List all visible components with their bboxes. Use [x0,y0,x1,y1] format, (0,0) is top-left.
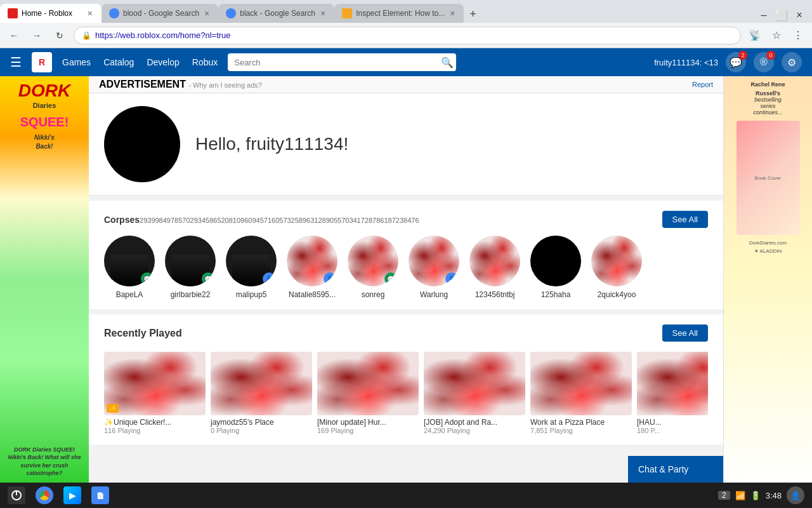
user-badge-warlung: 👤 [445,272,458,285]
tab-label-black: black - Google Search [240,9,315,18]
browser-chrome: Home - Roblox × blood - Google Search × … [0,0,812,48]
game-thumbnail-1: ✨ [104,352,206,415]
robux-button[interactable]: ® 0 [754,52,774,72]
recently-played-section: Recently Played See All ✨ ✨Unique Clicke… [89,314,723,444]
tab-blood-search[interactable]: blood - Google Search × [102,4,218,23]
forward-button[interactable]: → [28,27,46,44]
list-item: 💬 sonreg [348,236,398,299]
google-favicon-black [226,8,236,18]
game-playing-3: 169 Playing [317,427,419,434]
tab-inspect[interactable]: Inspect Element: How to... × [334,4,464,23]
game-card-3[interactable]: [Minor update] Hur... 169 Playing [317,352,419,434]
game-playing-5: 7,851 Playing [530,427,632,434]
game-thumbnail-5 [530,352,632,415]
main-content: ADVERTISEMENT - Why am I seeing ads? Rep… [89,76,723,508]
maximize-button[interactable]: ⬜ [774,8,789,23]
online-badge: 💬 [141,272,154,285]
close-button[interactable]: × [792,8,807,23]
game-thumbnail-6 [637,352,708,415]
address-bar: ← → ↻ 🔒 https://web.roblox.com/home?nl=t… [0,23,812,48]
games-nav-link[interactable]: Games [62,57,91,67]
corpse-name-125haha: 125haha [541,290,571,299]
recently-played-games-list: ✨ ✨Unique Clicker!... 116 Playing jaymod… [104,352,708,434]
game-playing-6: 180 P... [637,427,708,434]
back-button[interactable]: ← [5,27,23,44]
clock: 3:48 [766,491,782,500]
hamburger-menu-button[interactable]: ☰ [10,55,22,70]
user-avatar [104,106,180,182]
tab-close-roblox[interactable]: × [86,7,94,20]
online-badge-girlbarbie: 💬 [202,272,214,285]
taskbar-power-icon[interactable] [8,486,25,504]
game-name-3: [Minor update] Hur... [317,418,419,427]
robux-badge: 0 [766,51,775,60]
game-thumbnail-2 [211,352,312,415]
corpse-name-warlung: Warlung [420,290,448,299]
recently-played-see-all-button[interactable]: See All [662,324,708,342]
messages-button[interactable]: 💬 2 [726,52,746,72]
corpse-avatar-bapela[interactable]: 💬 [104,236,155,286]
cast-icon[interactable]: 📡 [746,27,764,44]
taskbar-chrome-icon[interactable] [36,486,53,504]
game-card-1[interactable]: ✨ ✨Unique Clicker!... 116 Playing [104,352,206,434]
game-card-5[interactable]: Work at a Pizza Place 7,851 Playing [530,352,632,434]
taskbar-play-icon[interactable]: ▶ [63,486,81,504]
game-card-2[interactable]: jaymodz55's Place 0 Playing [211,352,312,434]
corpse-avatar-malipup5[interactable]: 👤 [226,236,277,286]
tab-label-inspect: Inspect Element: How to... [356,9,445,18]
game-card-4[interactable]: [JOB] Adopt and Ra... 24,290 Playing [424,352,525,434]
game-name-6: [HAU... [637,418,708,427]
search-button[interactable]: 🔍 [441,57,454,69]
game-name-2: jaymodz55's Place [211,418,312,427]
list-item: 💬 BapeLA [104,236,155,299]
list-item: 123456tntbj [469,236,520,299]
notification-count: 2 [718,491,730,500]
tab-close-black[interactable]: × [319,7,327,20]
ad-label: ADVERTISEMENT - Why am I seeing ads? [99,79,262,90]
corpse-avatar-natalie[interactable]: 👤 [287,236,337,286]
corpses-id: 2939984978570293458652081096094571605732… [140,217,419,224]
corpse-avatar-warlung[interactable]: 👤 [409,236,459,286]
corpse-name-123456: 123456tntbj [475,290,515,299]
chat-party-label: Chat & Party [638,464,688,474]
corpse-avatar-sonreg[interactable]: 💬 [348,236,398,286]
online-badge-sonreg: 💬 [384,272,397,285]
ad-report-link[interactable]: Report [692,81,713,88]
game-name-1: ✨Unique Clicker!... [104,418,206,427]
tab-black-search[interactable]: black - Google Search × [218,4,334,23]
url-bar[interactable]: 🔒 https://web.roblox.com/home?nl=true [74,27,741,44]
corpse-avatar-girlbarbie22[interactable]: 💬 [165,236,216,286]
minimize-button[interactable]: – [756,8,771,23]
corpses-see-all-button[interactable]: See All [662,211,708,228]
new-tab-button[interactable]: + [464,5,481,23]
window-controls: – ⬜ × [756,8,812,23]
recently-played-title: Recently Played [104,328,182,339]
search-input[interactable] [228,53,456,71]
roblox-logo[interactable]: R [32,52,52,72]
corpse-avatar-125haha[interactable] [530,236,581,286]
robux-nav-link[interactable]: Robux [192,57,218,67]
user-avatar-taskbar: 👤 [787,486,804,504]
settings-button[interactable]: ⚙ [782,52,802,72]
wifi-icon: 📶 [735,491,745,500]
game-playing-4: 24,290 Playing [424,427,525,434]
profile-section: Hello, fruity111134! [89,93,723,196]
tab-close-blood[interactable]: × [203,7,211,20]
user-badge-natalie: 👤 [324,272,336,285]
game-thumbnail-3 [317,352,419,415]
menu-icon[interactable]: ⋮ [789,27,807,44]
corpse-name-sonreg: sonreg [362,290,385,299]
browser-toolbar-right: 📡 ☆ ⋮ [746,27,807,44]
ad-banner: ADVERTISEMENT - Why am I seeing ads? Rep… [89,76,723,93]
corpse-avatar-123456[interactable] [469,236,520,286]
game-card-6[interactable]: [HAU... 180 P... [637,352,708,434]
taskbar-docs-icon[interactable]: 📄 [91,486,109,504]
develop-nav-link[interactable]: Develop [147,57,179,67]
game-thumbnail-4 [424,352,525,415]
refresh-button[interactable]: ↻ [51,27,69,44]
corpse-avatar-2quick4yoo[interactable] [591,236,642,286]
catalog-nav-link[interactable]: Catalog [103,57,134,67]
tab-close-inspect[interactable]: × [449,7,456,20]
tab-roblox-home[interactable]: Home - Roblox × [0,4,102,23]
bookmark-icon[interactable]: ☆ [768,27,785,44]
